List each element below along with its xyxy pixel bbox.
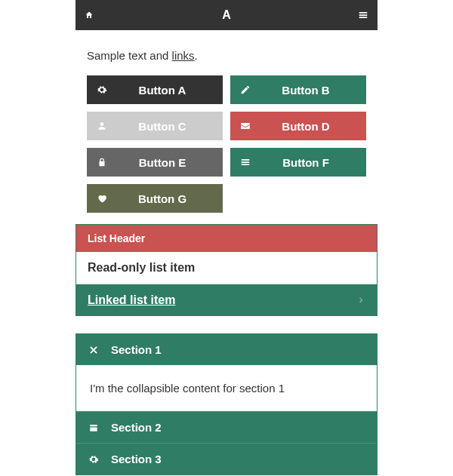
calendar-icon (88, 422, 100, 433)
menu-icon[interactable] (358, 10, 368, 20)
button-label: Button F (260, 156, 366, 169)
list-header: List Header (76, 225, 377, 252)
heart-icon (87, 193, 117, 204)
page-title: A (76, 8, 378, 22)
button-label: Button D (260, 120, 366, 133)
menu-icon (230, 157, 260, 167)
button-label: Button B (260, 84, 366, 97)
accordion-title: Section 2 (111, 421, 162, 434)
user-icon (87, 121, 117, 131)
button-b[interactable]: Button B (230, 75, 366, 104)
app-header: A (76, 0, 378, 30)
button-c[interactable]: Button C (87, 112, 223, 140)
accordion: Section 1 I'm the collapsible content fo… (76, 333, 378, 475)
button-g[interactable]: Button G (87, 184, 223, 213)
accordion-title: Section 3 (111, 453, 162, 465)
button-label: Button E (117, 156, 223, 169)
button-label: Button A (117, 84, 223, 97)
accordion-content-1: I'm the collapsible content for section … (76, 365, 377, 411)
home-icon[interactable] (85, 11, 94, 20)
list-item-linked[interactable]: Linked list item (76, 284, 377, 316)
intro-pre: Sample text and (87, 49, 172, 62)
intro-link[interactable]: links (172, 49, 195, 62)
close-icon (88, 345, 100, 355)
accordion-header-1[interactable]: Section 1 (76, 334, 377, 365)
button-grid: Button A Button B Button C Button D Butt… (76, 69, 378, 224)
edit-icon (230, 84, 260, 95)
intro-post: . (195, 49, 198, 62)
gear-icon (88, 454, 100, 465)
button-d[interactable]: Button D (230, 112, 366, 140)
gear-icon (87, 84, 117, 95)
list-widget: List Header Read-only list item Linked l… (76, 224, 378, 316)
accordion-header-3[interactable]: Section 3 (76, 443, 377, 474)
lock-icon (87, 157, 117, 167)
button-e[interactable]: Button E (87, 148, 223, 177)
button-f[interactable]: Button F (230, 148, 366, 177)
accordion-header-2[interactable]: Section 2 (76, 411, 377, 443)
button-label: Button C (117, 120, 223, 133)
list-item-readonly: Read-only list item (76, 252, 377, 284)
list-item-label: Linked list item (88, 293, 175, 307)
mail-icon (230, 121, 260, 131)
intro-text: Sample text and links. (76, 30, 378, 69)
button-label: Button G (117, 192, 223, 205)
button-a[interactable]: Button A (87, 75, 223, 104)
chevron-right-icon (356, 296, 365, 305)
accordion-title: Section 1 (111, 343, 162, 356)
